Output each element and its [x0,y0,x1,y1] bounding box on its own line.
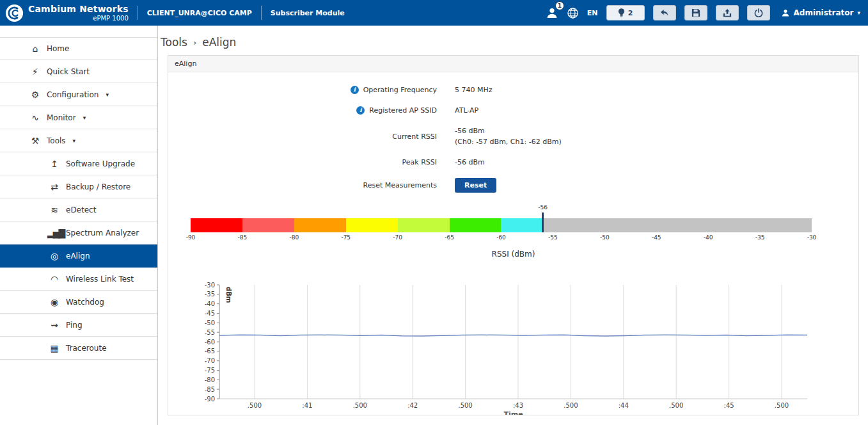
svg-text:-65: -65 [205,348,215,355]
svg-text:-70: -70 [205,357,215,364]
svg-text:-40: -40 [205,300,215,307]
gauge-tick-label: -30 [807,234,817,241]
sidebar-item-label: Configuration [47,90,99,99]
info-icon[interactable]: i [356,106,365,115]
field-value: ATL-AP [455,106,478,115]
navbar-divider [261,6,262,20]
sidebar-item-configuration[interactable]: ⚙Configuration▾ [0,83,157,106]
sidebar-item-label: Software Upgrade [66,159,135,168]
field-label: Peak RSSI [402,157,437,167]
gauge-tick-label: -60 [496,234,506,241]
sidebar-item-backup-restore[interactable]: ⇄Backup / Restore [0,175,157,198]
power-button[interactable] [747,5,770,20]
info-icon[interactable]: i [351,86,359,94]
gauge-segment [542,218,812,232]
quick-start-icon: ⚡ [28,67,41,77]
sidebar-item-label: Quick Start [47,67,90,76]
sidebar-item-label: Monitor [47,113,76,122]
brand-model: ePMP 1000 [28,15,129,22]
sidebar-item-quick-start[interactable]: ⚡Quick Start [0,60,157,83]
export-icon [723,8,732,17]
hints-button[interactable]: 2 [606,5,645,20]
account-notifications-icon[interactable]: 1 [546,6,558,19]
field-value: 5 740 MHz [455,85,493,95]
sidebar-item-label: Wireless Link Test [66,275,134,284]
brand: Cambium Networks ePMP 1000 [28,4,129,22]
svg-text:Time: Time [503,410,523,415]
globe-icon[interactable] [567,7,579,19]
gauge-tick-label: -65 [445,234,454,241]
field-label: Registered AP SSID [369,106,437,115]
top-navbar: Cambium Networks ePMP 1000 CLIENT_UNRA@C… [0,0,868,26]
gauge-segment [294,218,346,232]
chevron-down-icon: ▾ [106,92,109,98]
chevron-down-icon: ▾ [857,10,860,16]
undo-icon [659,9,669,17]
svg-text:-80: -80 [205,376,215,383]
gauge-marker: -56 [542,212,544,232]
reset-button[interactable]: Reset [455,178,496,193]
svg-text:.500: .500 [458,402,472,409]
gauge-tick-label: -85 [238,234,248,241]
user-name: Administrator [794,8,854,17]
ealign-panel: eAlign i Operating Frequency 5 740 MHz i… [168,55,859,415]
sidebar-item-home[interactable]: ⌂Home [0,37,157,60]
sidebar-item-label: eDetect [66,205,96,214]
navbar-divider [138,6,138,20]
gauge-segment [450,218,501,232]
gauge-tick-label: -75 [341,234,351,241]
svg-text:.500: .500 [564,402,578,409]
sidebar-item-label: Watchdog [66,298,104,307]
gauge-segment [501,218,542,232]
svg-text::44: :44 [619,402,629,409]
sidebar-item-label: Tools [47,136,66,145]
save-icon [691,8,700,17]
sidebar-item-software-upgrade[interactable]: ↥Software Upgrade [0,152,157,175]
navbar-right: 1 EN 2 [546,5,860,20]
svg-text:-45: -45 [205,310,215,317]
power-icon [754,8,763,17]
traceroute-icon: ▦ [47,343,60,353]
svg-text:-30: -30 [205,282,215,289]
sidebar: ⌂Home⚡Quick Start⚙Configuration▾∿Monitor… [0,26,158,425]
save-button[interactable] [684,5,707,20]
notification-badge: 1 [555,1,564,10]
sidebar-item-traceroute[interactable]: ▦Traceroute [0,337,157,360]
current-rssi-value: -56 dBm [455,126,562,136]
sidebar-item-spectrum-analyzer[interactable]: ▂▅▇Spectrum Analyzer [0,221,157,245]
chevron-down-icon: ▾ [83,115,86,121]
sidebar-item-watchdog[interactable]: ◉Watchdog [0,291,157,314]
field-label: Current RSSI [392,132,437,141]
sidebar-item-label: Home [47,44,69,53]
language-selector[interactable]: EN [587,9,598,17]
sidebar-item-monitor[interactable]: ∿Monitor▾ [0,106,157,129]
sidebar-item-tools[interactable]: ⚒Tools▾ [0,129,157,152]
sidebar-item-label: Traceroute [66,344,107,353]
spectrum-analyzer-icon: ▂▅▇ [47,228,60,238]
svg-text:-35: -35 [205,291,215,298]
gauge-segment [398,218,450,232]
sidebar-item-ealign[interactable]: ◎eAlign [0,245,157,268]
sidebar-item-label: Spectrum Analyzer [66,229,139,237]
undo-button[interactable] [653,5,676,20]
export-button[interactable] [716,5,739,20]
gauge-marker-label: -56 [538,204,548,211]
sidebar-item-ping[interactable]: ⇝Ping [0,314,157,337]
svg-text:-55: -55 [205,329,215,336]
lightbulb-icon [618,8,625,18]
svg-text:dBm: dBm [225,287,232,303]
sidebar-item-edetect[interactable]: ≋eDetect [0,198,157,221]
field-label: Operating Frequency [363,85,437,95]
row-operating-frequency: i Operating Frequency 5 740 MHz [168,85,858,95]
backup-restore-icon: ⇄ [47,182,60,192]
svg-text::42: :42 [407,402,418,409]
breadcrumb-section[interactable]: Tools [161,36,187,49]
svg-text::41: :41 [302,402,312,409]
user-menu[interactable]: Administrator ▾ [781,8,860,17]
sidebar-item-wireless-link-test[interactable]: ◠Wireless Link Test [0,268,157,291]
svg-text:-60: -60 [205,339,215,346]
panel-body: i Operating Frequency 5 740 MHz i Regist… [168,72,858,415]
gauge-tick-label: -35 [755,234,765,241]
svg-text:-90: -90 [205,396,215,403]
hint-count: 2 [628,9,633,17]
